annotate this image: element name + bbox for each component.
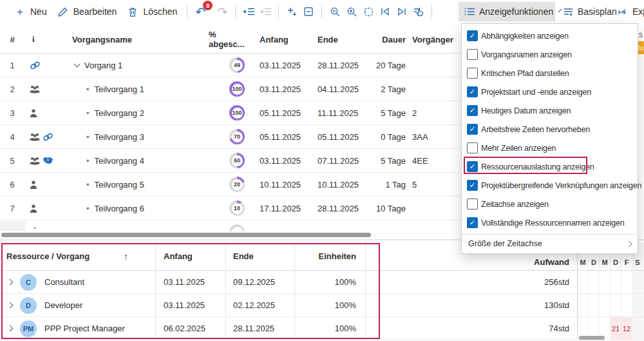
col-header-resource[interactable]: Ressource / Vorgang ↑ [0,242,156,270]
task-start[interactable]: 17.11.2025 [251,204,309,213]
go-to-end-button[interactable] [393,3,410,21]
task-name[interactable]: Teilvorgang 6 [95,204,144,213]
edit-button[interactable]: Bearbeiten [52,3,122,21]
task-row[interactable]: 3 •Teilvorgang 2 100 05.11.2025 11.11.20… [0,101,461,125]
expand-chevron-icon[interactable] [7,326,14,332]
task-row[interactable]: 5 •Teilvorgang 4 50 03.11.2025 07.11.202… [0,149,461,173]
checkbox-unchecked-icon[interactable] [467,142,478,153]
horizontal-scrollbar[interactable] [1,233,371,237]
task-name[interactable]: Teilvorgang 4 [95,156,144,166]
resource-name[interactable]: Consultant [44,277,84,287]
panel-horizontal-scrollbar[interactable] [579,336,605,340]
resource-name[interactable]: PPP Project Manager [44,324,125,333]
col-header-num[interactable]: # [0,35,24,44]
task-end[interactable]: 11.11.2025 [309,108,364,118]
task-name[interactable]: Vorgang 1 [84,61,122,70]
export-button[interactable]: ↦ Exp [611,2,644,21]
checkbox-unchecked-icon[interactable] [467,199,478,209]
task-end[interactable]: 28.11.2025 [309,61,364,70]
task-duration[interactable]: 5 Tage [364,156,406,166]
zoom-out-button[interactable] [327,3,343,21]
checkbox-checked-icon[interactable] [467,180,478,191]
task-row-partial[interactable]: - [0,221,461,231]
task-predecessor[interactable]: 2 [406,108,461,118]
col-header-name[interactable]: Vorgangsname [67,35,209,44]
expand-chevron-icon[interactable] [7,302,14,309]
task-duration[interactable]: 2 Tage [364,84,406,94]
menu-item-nonworking-time[interactable]: Arbeitsfreie Zeiten hervorheben [462,120,638,139]
task-start[interactable]: 03.11.2025 [251,61,309,70]
menu-item-cross-project-links[interactable]: Projektübergreifende Verknüpfungen anzei… [462,176,638,195]
indent-button[interactable] [257,3,274,21]
menu-item-full-resource-names[interactable]: Vollständige Ressourcennamen anzeigen [462,213,638,232]
zoom-in-button[interactable] [343,3,360,21]
task-row[interactable]: 4 •Teilvorgang 3 70 05.11.2025 05.11.202… [0,125,461,149]
collapse-all-button[interactable] [300,3,317,21]
col-header-duration[interactable]: Dauer [364,35,406,44]
task-row[interactable]: 7 •Teilvorgang 6 10 17.11.2025 28.11.202… [0,197,461,220]
task-row[interactable]: 6 •Teilvorgang 5 20 10.11.2025 10.11.202… [0,173,461,197]
task-predecessor[interactable]: 4EE [406,156,461,166]
col-header-units[interactable]: Einheiten [295,242,366,270]
task-end[interactable]: 04.11.2025 [309,84,364,94]
menu-item-task-names[interactable]: Vorgangsnamen anzeigen [462,45,638,64]
task-duration[interactable]: 1 Tag [364,180,406,190]
checkbox-unchecked-icon[interactable] [467,68,478,79]
undo-button[interactable]: ↶ 8 [192,3,209,21]
menu-item-dependencies[interactable]: Abhängigkeiten anzeigen [462,26,638,45]
checkbox-unchecked-icon[interactable] [467,49,478,60]
checkbox-checked-icon[interactable] [467,124,478,135]
outdent-button[interactable] [240,3,257,21]
task-duration[interactable]: 10 Tage [364,204,406,213]
task-duration[interactable]: 5 Tage [364,108,406,118]
checkbox-checked-icon[interactable] [467,161,478,172]
menu-item-project-start-end[interactable]: Projektstart und -ende anzeigen [462,83,638,101]
menu-item-timescale-size[interactable]: Größe der Zeitachse [462,237,638,253]
task-end[interactable]: 10.11.2025 [309,180,364,190]
task-start[interactable]: 10.11.2025 [251,180,309,190]
col-header-start[interactable]: Anfang [156,242,226,270]
task-row[interactable]: 1 Vorgang 1 49 03.11.2025 28.11.2025 20 … [0,54,461,77]
task-name[interactable]: Teilvorgang 5 [95,180,144,190]
collapse-row-chevron[interactable] [74,61,80,68]
task-start[interactable]: 05.11.2025 [251,132,309,142]
task-start[interactable]: 05.11.2025 [251,108,309,118]
task-end[interactable]: 07.11.2025 [309,156,364,166]
checkbox-checked-icon[interactable] [467,86,478,97]
col-header-end[interactable]: Ende [309,35,364,44]
fit-view-button[interactable] [360,3,377,21]
task-start[interactable]: 03.11.2025 [251,156,309,166]
resource-row[interactable]: D Developer 03.11.2025 02.12.2025 100% 1… [0,294,644,317]
add-task-button[interactable] [283,3,300,21]
resource-name[interactable]: Developer [44,300,82,310]
col-header-info[interactable]: i [24,34,67,44]
go-to-start-button[interactable] [377,3,393,21]
scroll-to-task-button[interactable] [410,3,427,21]
redo-button[interactable]: ↷ [214,3,231,21]
task-predecessor[interactable]: 3AA [406,132,461,142]
task-name[interactable]: Teilvorgang 2 [95,108,144,118]
menu-item-more-rows[interactable]: Mehr Zeilen anzeigen [462,139,638,157]
sort-ascending-icon[interactable]: ↑ [124,251,128,262]
resource-row[interactable]: PM PPP Project Manager 06.02.2025 28.11.… [0,317,644,340]
col-header-pct[interactable]: % abgesc... [209,30,251,49]
checkbox-checked-icon[interactable] [467,217,478,228]
expand-chevron-icon[interactable] [7,279,14,286]
checkbox-checked-icon[interactable] [467,30,478,41]
delete-button[interactable]: Löschen [122,3,182,21]
resource-row[interactable]: C Consultant 03.11.2025 09.12.2025 100% … [0,271,644,294]
task-name[interactable]: Teilvorgang 1 [95,84,144,94]
menu-item-critical-path[interactable]: Kritischen Pfad darstellen [462,64,638,83]
menu-item-resource-utilization[interactable]: Ressourcenauslastung anzeigen [462,157,638,176]
menu-item-today-date[interactable]: Heutiges Datum anzeigen [462,101,638,120]
col-header-start[interactable]: Anfang [251,35,309,44]
task-end[interactable]: 05.11.2025 [309,132,364,142]
menu-item-timeline[interactable]: Zeitachse anzeigen [462,195,638,213]
task-end[interactable]: 28.11.2025 [309,204,364,213]
task-row[interactable]: 2 •Teilvorgang 1 100 03.11.2025 04.11.20… [0,77,461,101]
task-predecessor[interactable]: 5 [406,180,461,190]
task-duration[interactable]: 0 Tage [364,132,406,142]
col-header-predecessor[interactable]: Vorgänger [406,35,461,44]
task-start[interactable]: 03.11.2025 [251,84,309,94]
view-options-button[interactable]: Anzeigefunktionen [459,2,555,21]
